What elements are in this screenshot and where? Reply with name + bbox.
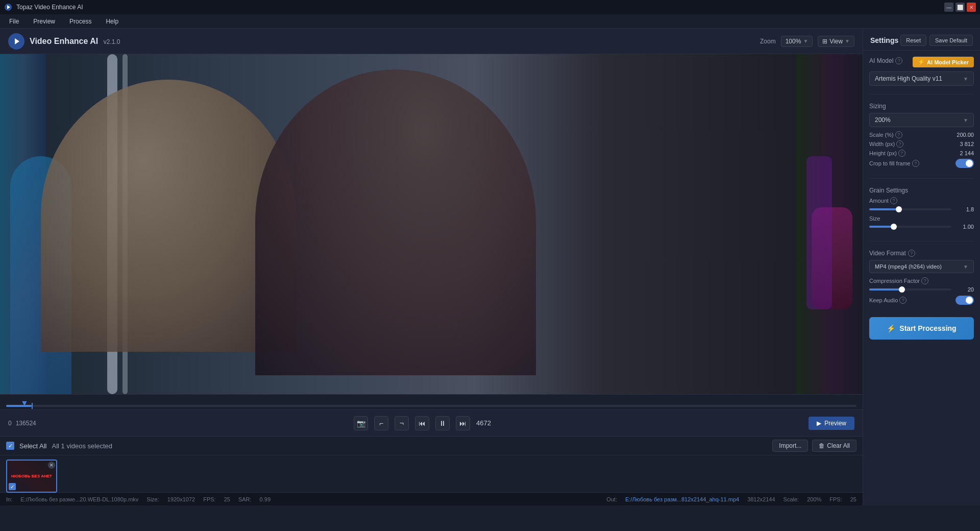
width-label: Width (px) ? <box>869 140 903 148</box>
video-thumbnail-0[interactable]: НЮБОВЬ БЕЗ АНЕТ ✓ ✕ <box>6 460 57 493</box>
status-bar: In: E:/Любовь без разме...20.WEB-DL.1080… <box>0 492 863 505</box>
mark-out-button[interactable]: ¬ <box>395 416 409 430</box>
ai-model-picker-button[interactable]: ⚡ AI Model Picker <box>913 57 974 67</box>
crop-toggle[interactable] <box>955 159 974 168</box>
timeline-track[interactable] <box>6 405 856 407</box>
out-scale-label: Scale: <box>783 496 799 502</box>
step-forward-button[interactable]: ⏭ <box>456 416 470 430</box>
trash-icon: 🗑 <box>819 442 825 449</box>
timeline[interactable]: ▼ <box>0 394 863 409</box>
scale-value: 200.00 <box>957 132 974 138</box>
amount-help-icon[interactable]: ? <box>890 197 897 204</box>
screenshot-button[interactable]: 📷 <box>354 416 368 430</box>
ai-model-help-icon[interactable]: ? <box>895 57 902 64</box>
controls-right: ▶ Preview <box>808 417 854 430</box>
keep-audio-label: Keep Audio ? <box>869 297 906 304</box>
clear-all-button[interactable]: 🗑 Clear All <box>812 440 856 452</box>
minimize-button[interactable]: — <box>944 3 953 12</box>
right-panel: Settings Reset Save Default AI Model ? ⚡… <box>863 29 980 505</box>
zoom-chevron-icon: ▼ <box>803 38 808 44</box>
ai-model-header: AI Model ? ⚡ AI Model Picker <box>869 57 974 67</box>
keep-audio-toggle[interactable] <box>955 296 974 305</box>
video-delete-0[interactable]: ✕ <box>48 462 55 469</box>
lightning-icon: ⚡ <box>918 59 925 65</box>
sizing-chevron-icon: ▼ <box>963 117 968 123</box>
header-brand: Video Enhance AI v2.1.0 <box>8 33 120 50</box>
view-button[interactable]: ⊞ View ▼ <box>818 36 854 47</box>
format-label: Video Format ? <box>869 250 974 257</box>
divider-3 <box>869 241 974 242</box>
app-header: Video Enhance AI v2.1.0 Zoom 100% ▼ ⊞ Vi… <box>0 29 863 54</box>
timeline-progress <box>6 405 32 407</box>
start-processing-button[interactable]: ⚡ Start Processing <box>869 317 974 340</box>
keep-audio-help-icon[interactable]: ? <box>899 297 906 304</box>
out-scale: 200% <box>807 496 821 502</box>
menu-preview[interactable]: Preview <box>30 16 58 27</box>
format-dropdown[interactable]: MP4 (mpeg4 (h264) video) ▼ <box>869 260 974 273</box>
amount-slider-row: 1.8 <box>869 206 974 212</box>
video-frame <box>0 54 863 394</box>
close-button[interactable]: ✕ <box>967 3 976 12</box>
maximize-button[interactable]: ⬜ <box>955 3 965 12</box>
titlebar-controls[interactable]: — ⬜ ✕ <box>944 3 976 12</box>
preview-button[interactable]: ▶ Preview <box>808 417 854 430</box>
reset-button[interactable]: Reset <box>900 35 926 46</box>
panel-header: Settings Reset Save Default <box>863 29 980 51</box>
save-default-button[interactable]: Save Default <box>929 35 973 46</box>
titlebar-title: Topaz Video Enhance AI <box>16 4 83 11</box>
status-left: In: E:/Любовь без разме...20.WEB-DL.1080… <box>6 496 271 502</box>
in-path: E:/Любовь без разме...20.WEB-DL.1080p.mk… <box>20 496 138 502</box>
compression-help-icon[interactable]: ? <box>921 277 928 284</box>
frame-total: 136524 <box>16 420 36 427</box>
panel-content: AI Model ? ⚡ AI Model Picker Artemis Hig… <box>863 51 980 505</box>
crop-help-icon[interactable]: ? <box>912 160 919 167</box>
list-header-right: Import... 🗑 Clear All <box>772 440 856 452</box>
sizing-section: Sizing 200% ▼ Scale (%) ? 200.00 Width (… <box>869 103 974 170</box>
pause-button[interactable]: ⏸ <box>435 416 450 430</box>
model-dropdown[interactable]: Artemis High Quality v11 ▼ <box>869 71 974 86</box>
selected-info: All 1 videos selected <box>52 442 112 450</box>
format-help-icon[interactable]: ? <box>908 250 915 257</box>
sizing-label: Sizing <box>869 103 974 110</box>
compression-slider-track <box>869 288 951 291</box>
video-list: ✓ Select All All 1 videos selected Impor… <box>0 436 863 492</box>
mark-in-button[interactable]: ⌐ <box>374 416 388 430</box>
main-layout: Video Enhance AI v2.1.0 Zoom 100% ▼ ⊞ Vi… <box>0 29 980 505</box>
select-all-label[interactable]: Select All <box>19 442 46 450</box>
controls-center: 📷 ⌐ ¬ ⏮ ⏸ ⏭ 4672 <box>354 416 491 430</box>
size-slider-thumb <box>891 224 897 230</box>
app-icon <box>4 3 12 11</box>
out-path: E:/Любовь без разм...812x2144_ahq-11.mp4 <box>625 496 739 502</box>
menu-process[interactable]: Process <box>66 16 94 27</box>
compression-value: 20 <box>955 286 974 293</box>
sar-label: SAR: <box>238 496 252 502</box>
width-help-icon[interactable]: ? <box>896 140 903 148</box>
titlebar-left: Topaz Video Enhance AI <box>4 3 83 11</box>
ai-model-label: AI Model ? <box>869 57 902 64</box>
select-all-checkbox[interactable]: ✓ <box>6 442 14 450</box>
divider-1 <box>869 94 974 94</box>
sizing-dropdown[interactable]: 200% ▼ <box>869 113 974 127</box>
compression-slider-thumb <box>899 286 905 293</box>
menu-help[interactable]: Help <box>103 16 121 27</box>
model-chevron-icon: ▼ <box>963 76 968 82</box>
menu-file[interactable]: File <box>6 16 22 27</box>
step-back-button[interactable]: ⏮ <box>415 416 429 430</box>
compression-label: Compression Factor ? <box>869 277 928 284</box>
import-button[interactable]: Import... <box>772 440 808 452</box>
video-check-0[interactable]: ✓ <box>9 483 16 490</box>
status-right: Out: E:/Любовь без разм...812x2144_ahq-1… <box>606 496 856 502</box>
list-header: ✓ Select All All 1 videos selected Impor… <box>0 437 863 455</box>
scale-help-icon[interactable]: ? <box>895 131 902 138</box>
titlebar: Topaz Video Enhance AI — ⬜ ✕ <box>0 0 980 14</box>
grain-size-value: 1.00 <box>955 224 974 230</box>
crop-label: Crop to fill frame ? <box>869 160 919 167</box>
width-value: 3 812 <box>960 141 974 147</box>
fps-value: 25 <box>224 496 230 502</box>
grid-icon: ⊞ <box>822 38 827 45</box>
height-help-icon[interactable]: ? <box>898 150 905 157</box>
zoom-control[interactable]: 100% ▼ <box>781 36 813 47</box>
content-area: Video Enhance AI v2.1.0 Zoom 100% ▼ ⊞ Vi… <box>0 29 863 505</box>
frame-current: 4672 <box>476 419 491 427</box>
amount-slider-thumb <box>896 206 902 212</box>
